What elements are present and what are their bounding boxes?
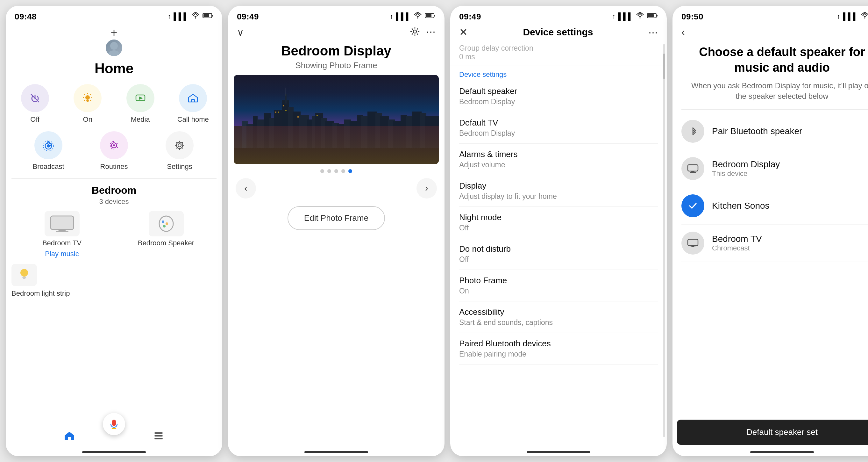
- svg-rect-62: [286, 88, 286, 95]
- callhome-label: Call home: [177, 115, 209, 124]
- toast-bar: Default speaker set: [677, 420, 868, 445]
- icon-routines[interactable]: Routines: [84, 131, 144, 171]
- status-icons-4: ↑ ▌▌▌: [837, 12, 868, 21]
- back-icon-4[interactable]: ‹: [681, 26, 685, 38]
- svg-rect-93: [316, 115, 318, 116]
- device-bedroom-tv[interactable]: Bedroom TV Play music: [11, 211, 113, 258]
- more-icon-2[interactable]: ⋯: [426, 26, 436, 38]
- settings-item-title-3: Display: [459, 181, 658, 191]
- dot-1[interactable]: [320, 169, 324, 173]
- speaker-list: Pair Bluetooth speaker Bedroom Display T…: [673, 110, 868, 265]
- dot-2[interactable]: [327, 169, 331, 173]
- bedroom-tv-icon: [44, 211, 80, 236]
- settings-item-alarms[interactable]: Alarms & timers Adjust volume: [459, 144, 658, 175]
- edit-photo-frame-button[interactable]: Edit Photo Frame: [287, 206, 385, 230]
- location-icon-4: ↑: [837, 12, 840, 21]
- close-icon-3[interactable]: ✕: [459, 26, 468, 38]
- speaker-item-kitchen-sonos[interactable]: Kitchen Sonos: [681, 187, 868, 225]
- light-strip-name: Bedroom light strip: [11, 289, 70, 297]
- svg-point-36: [165, 222, 168, 225]
- device-bedroom-speaker[interactable]: Bedroom Speaker: [116, 211, 217, 258]
- photo-frame: [234, 75, 439, 164]
- settings-item-value-2: Adjust volume: [459, 161, 658, 169]
- svg-rect-102: [691, 171, 694, 172]
- status-time-4: 09:50: [681, 12, 703, 22]
- icon-on[interactable]: On: [64, 84, 112, 124]
- icon-callhome[interactable]: Call home: [170, 84, 217, 124]
- svg-rect-40: [23, 278, 26, 279]
- icon-off[interactable]: Off: [11, 84, 59, 124]
- settings-item-default-tv[interactable]: Default TV Bedroom Display: [459, 112, 658, 144]
- phone-2: 09:49 ↑ ▌▌▌ ∨ ⋯ Bedroom Display Showing …: [228, 6, 444, 456]
- wifi-icon-2: [413, 12, 422, 21]
- plus-icon-1[interactable]: +: [111, 26, 117, 39]
- icon-settings[interactable]: Settings: [150, 131, 210, 171]
- status-time-3: 09:49: [459, 12, 481, 22]
- home-indicator-3: [527, 451, 590, 453]
- gear-icon-2[interactable]: [409, 26, 420, 38]
- dot-3[interactable]: [334, 169, 338, 173]
- settings-label: Settings: [167, 163, 192, 171]
- settings-item-value-3: Adjust display to fit your home: [459, 192, 658, 201]
- partial-setting: Group delay correction 0 ms: [450, 41, 667, 66]
- icon-media[interactable]: Media: [117, 84, 164, 124]
- icon-broadcast[interactable]: Broadcast: [19, 131, 78, 171]
- bedroom-light-strip[interactable]: Bedroom light strip: [6, 264, 222, 297]
- svg-marker-19: [139, 96, 143, 100]
- device-title-2: Bedroom Display: [228, 43, 444, 59]
- more-icon-3[interactable]: ⋯: [648, 27, 658, 38]
- settings-item-value-6: On: [459, 287, 658, 295]
- speaker-item-bedroom-display[interactable]: Bedroom Display This device: [681, 150, 868, 187]
- partial-setting-value: 0 ms: [459, 53, 658, 61]
- scrollbar-track: [663, 44, 665, 437]
- svg-rect-92: [298, 116, 299, 118]
- mic-fab[interactable]: [103, 413, 125, 435]
- svg-line-12: [84, 94, 85, 95]
- choose-speaker-subtitle: When you ask Bedroom Display for music, …: [673, 80, 868, 109]
- home-nav-icon[interactable]: [63, 430, 75, 445]
- dot-5[interactable]: [348, 169, 352, 173]
- prev-arrow[interactable]: ‹: [236, 178, 256, 199]
- settings-item-default-speaker[interactable]: Default speaker Bedroom Display: [459, 81, 658, 112]
- section-subtitle-1: 3 devices: [6, 198, 222, 206]
- status-icons-1: ↑ ▌▌▌: [167, 12, 213, 21]
- callhome-circle: [179, 84, 207, 112]
- signal-icon-1: ▌▌▌: [174, 12, 188, 21]
- device-settings-title: Device settings: [523, 27, 593, 37]
- svg-rect-103: [690, 172, 696, 173]
- device-grid-1: Bedroom TV Play music Bedroom Speaker: [6, 211, 222, 258]
- settings-item-accessibility[interactable]: Accessibility Start & end sounds, captio…: [459, 301, 658, 333]
- settings-item-value-1: Bedroom Display: [459, 129, 658, 138]
- kitchen-sonos-info: Kitchen Sonos: [712, 201, 770, 211]
- scrollbar-thumb[interactable]: [663, 54, 665, 79]
- svg-rect-88: [275, 112, 276, 113]
- on-label: On: [83, 115, 92, 124]
- home-indicator-2: [304, 451, 368, 453]
- svg-rect-41: [68, 437, 71, 440]
- status-icons-2: ↑ ▌▌▌: [390, 12, 436, 21]
- svg-rect-32: [58, 229, 66, 231]
- off-label: Off: [30, 115, 39, 124]
- dot-4[interactable]: [341, 169, 345, 173]
- speaker-item-bluetooth[interactable]: Pair Bluetooth speaker: [681, 113, 868, 150]
- top-bar-1: +: [6, 25, 222, 59]
- location-icon-1: ↑: [167, 12, 171, 21]
- list-nav-icon[interactable]: [153, 430, 165, 445]
- speaker-item-bedroom-tv[interactable]: Bedroom TV Chromecast: [681, 225, 868, 262]
- avatar-1[interactable]: [106, 39, 122, 56]
- dropdown-icon-2[interactable]: ∨: [237, 27, 244, 38]
- svg-point-3: [110, 42, 118, 50]
- settings-item-title-8: Paired Bluetooth devices: [459, 339, 658, 349]
- tv-icon-circle: [681, 232, 704, 255]
- settings-item-title-6: Photo Frame: [459, 276, 658, 286]
- display-icon-circle: [681, 157, 704, 180]
- settings-item-night-mode[interactable]: Night mode Off: [459, 207, 658, 238]
- next-arrow[interactable]: ›: [416, 178, 437, 199]
- settings-item-display[interactable]: Display Adjust display to fit your home: [459, 175, 658, 207]
- device-subtitle-2: Showing Photo Frame: [228, 61, 444, 70]
- settings-item-photo-frame[interactable]: Photo Frame On: [459, 270, 658, 301]
- settings-item-dnd[interactable]: Do not disturb Off: [459, 238, 658, 270]
- signal-icon-4: ▌▌▌: [843, 12, 858, 21]
- play-music-link[interactable]: Play music: [45, 250, 79, 258]
- settings-item-bluetooth[interactable]: Paired Bluetooth devices Enable pairing …: [459, 333, 658, 365]
